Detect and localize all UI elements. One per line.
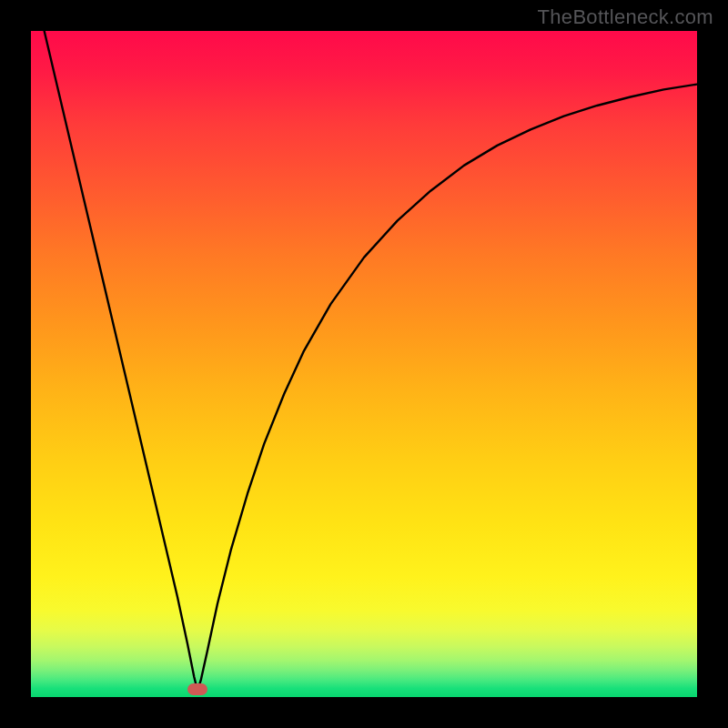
watermark-text: TheBottleneck.com [538, 5, 713, 29]
plot-area [31, 31, 697, 697]
chart-frame: TheBottleneck.com [0, 0, 728, 728]
optimal-point-marker [187, 683, 207, 695]
bottleneck-curve [45, 31, 697, 691]
curve-layer [31, 31, 697, 697]
